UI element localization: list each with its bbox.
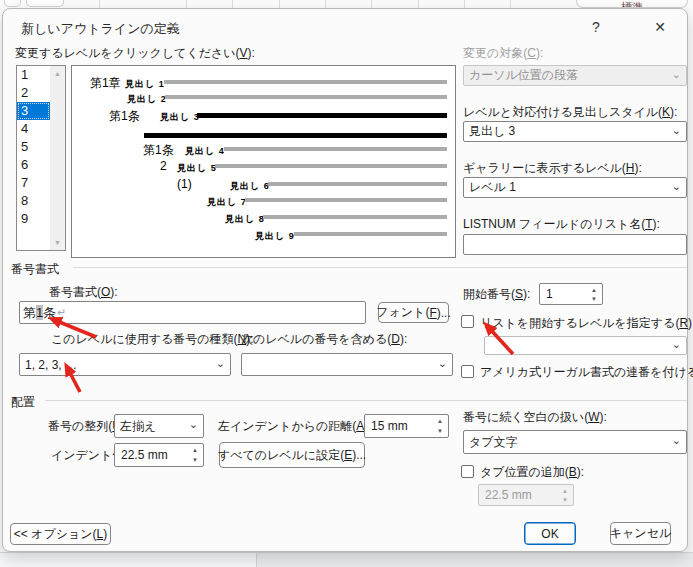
preview-row: 見出し 9	[72, 227, 455, 242]
include-level-combo[interactable]: ⌄	[241, 353, 453, 376]
chevron-down-icon: ⌄	[672, 337, 681, 350]
group-divider	[45, 400, 687, 401]
spin-up-icon[interactable]: ▲	[433, 416, 447, 426]
chevron-down-icon[interactable]: ⌄	[672, 179, 681, 192]
indent-position-spinner[interactable]: 22.5 mm ▲▼	[114, 443, 204, 467]
preview-row: 見出し 8	[72, 210, 455, 225]
level-item-9[interactable]: 9	[17, 210, 50, 228]
legal-numbering-checkbox[interactable]	[461, 365, 474, 378]
start-number-spinner[interactable]: 1 ▲▼	[539, 283, 603, 305]
indent-from-value: 15 mm	[371, 419, 408, 433]
follow-number-label: 番号に続く空白の扱い(W):	[463, 409, 607, 426]
group-divider	[73, 267, 687, 268]
indent-from-spinner[interactable]: 15 mm ▲▼	[364, 414, 449, 438]
heading-style-combo[interactable]: 見出し 3 ⌄	[463, 121, 687, 142]
level-item-2[interactable]: 2	[17, 84, 50, 102]
preview-text-line	[263, 215, 447, 219]
chevron-down-icon[interactable]: ⌄	[672, 123, 681, 136]
listnum-input[interactable]	[463, 234, 687, 255]
level-item-6[interactable]: 6	[17, 156, 50, 174]
chevron-down-icon[interactable]: ⌄	[438, 356, 447, 369]
level-item-4[interactable]: 4	[17, 120, 50, 138]
spin-up-icon[interactable]: ▲	[587, 285, 601, 294]
change-target-value: カーソル位置の段落	[469, 67, 578, 84]
tab-position-value: 22.5 mm	[485, 488, 532, 502]
preview-row: 第1条 見出し 3	[72, 108, 455, 123]
follow-number-combo[interactable]: タブ文字 ⌄	[463, 430, 687, 454]
background-style-text: 標準	[621, 0, 643, 7]
listbox-scrollbar[interactable]: ▲ ▼	[50, 66, 65, 250]
preview-number: 第1条	[109, 108, 140, 125]
preview-text-line	[245, 198, 447, 202]
spin-down-icon[interactable]: ▼	[587, 294, 601, 303]
level-listbox[interactable]: 1 2 3 4 5 6 7 8 9 ▲ ▼	[16, 65, 66, 251]
start-number-label: 開始番号(S):	[463, 286, 530, 303]
ruler-tick	[186, 0, 187, 8]
level-item-3-selected[interactable]: 3	[17, 102, 50, 120]
restart-level-combo: ⌄	[484, 336, 687, 355]
preview-heading: 見出し 6	[230, 180, 270, 193]
level-item-5[interactable]: 5	[17, 138, 50, 156]
scroll-down-icon[interactable]: ▼	[50, 235, 65, 250]
chevron-down-icon[interactable]: ⌄	[189, 418, 198, 431]
preview-row: 2 見出し 5	[72, 159, 455, 174]
number-style-label: このレベルに使用する番号の種類(N):	[51, 331, 254, 348]
level-item-7[interactable]: 7	[17, 174, 50, 192]
spin-up-icon: ▲	[558, 486, 572, 495]
format-number-field: 1	[36, 305, 43, 320]
preview-text-line	[268, 182, 447, 186]
spin-buttons[interactable]: ▲▼	[433, 416, 447, 436]
preview-row: 第1章 見出し 1	[72, 75, 455, 90]
spin-buttons: ▲▼	[558, 486, 572, 504]
chevron-down-icon[interactable]: ⌄	[216, 356, 225, 369]
alignment-value: 左揃え	[120, 418, 156, 435]
preview-number: 第1条	[143, 142, 174, 159]
document-edge	[256, 553, 693, 567]
set-all-levels-button[interactable]: すべてのレベルに設定(E)...	[219, 442, 365, 468]
number-style-combo[interactable]: 1, 2, 3, … ⌄	[19, 353, 231, 376]
preview-text-line	[224, 147, 447, 151]
preview-heading: 見出し 2	[127, 93, 167, 106]
indent-position-value: 22.5 mm	[121, 448, 168, 462]
close-icon[interactable]: ✕	[643, 16, 677, 38]
spin-down-icon[interactable]: ▼	[188, 455, 202, 465]
define-outline-dialog: 新しいアウトラインの定義 ? ✕ 変更するレベルをクリックしてください(V): …	[2, 8, 688, 552]
scroll-up-icon[interactable]: ▲	[50, 66, 65, 81]
spin-buttons[interactable]: ▲▼	[188, 445, 202, 465]
level-item-8[interactable]: 8	[17, 192, 50, 210]
gallery-level-combo[interactable]: レベル 1 ⌄	[463, 177, 687, 198]
preview-row: (1) 見出し 6	[72, 177, 455, 192]
preview-heading: 見出し 9	[255, 230, 295, 243]
number-format-group-label: 番号書式	[11, 261, 59, 278]
number-format-label: 番号書式(O):	[49, 284, 118, 301]
preview-number: 2	[160, 159, 167, 173]
restart-level-checkbox[interactable]	[461, 315, 474, 328]
ok-button[interactable]: OK	[524, 522, 576, 545]
help-icon[interactable]: ?	[579, 16, 613, 38]
preview-row: 見出し 2	[72, 90, 455, 105]
ruler-tick	[99, 0, 100, 8]
spin-down-icon[interactable]: ▼	[433, 426, 447, 436]
preview-number: (1)	[177, 177, 192, 191]
number-format-input[interactable]: 第1条↵	[19, 301, 366, 324]
preview-text-line	[144, 133, 447, 138]
level-item-1[interactable]: 1	[17, 66, 50, 84]
chevron-down-icon[interactable]: ⌄	[672, 434, 681, 447]
change-target-combo: カーソル位置の段落 ⌄	[463, 65, 687, 86]
options-button[interactable]: << オプション(L)	[10, 523, 111, 545]
font-button[interactable]: フォント(F)...	[378, 302, 449, 323]
click-level-label: 変更するレベルをクリックしてください(V):	[15, 45, 255, 62]
preview-row: 第1条 見出し 4	[72, 142, 455, 157]
alignment-combo[interactable]: 左揃え ⌄	[114, 414, 204, 438]
dialog-titlebar[interactable]: 新しいアウトラインの定義 ? ✕	[3, 9, 687, 43]
cancel-button[interactable]: キャンセル	[610, 522, 671, 545]
add-tab-checkbox[interactable]	[461, 465, 474, 478]
spin-up-icon[interactable]: ▲	[188, 445, 202, 455]
ruler-tick	[325, 0, 326, 8]
spin-buttons[interactable]: ▲▼	[587, 285, 601, 303]
ruler-tick	[464, 0, 465, 8]
preview-row	[72, 128, 455, 143]
include-level-label: 次のレベルの番号を含める(D):	[241, 331, 407, 348]
legal-numbering-label: アメリカ式リーガル書式の連番を付ける(G)	[480, 364, 693, 381]
heading-style-value: 見出し 3	[469, 123, 515, 140]
